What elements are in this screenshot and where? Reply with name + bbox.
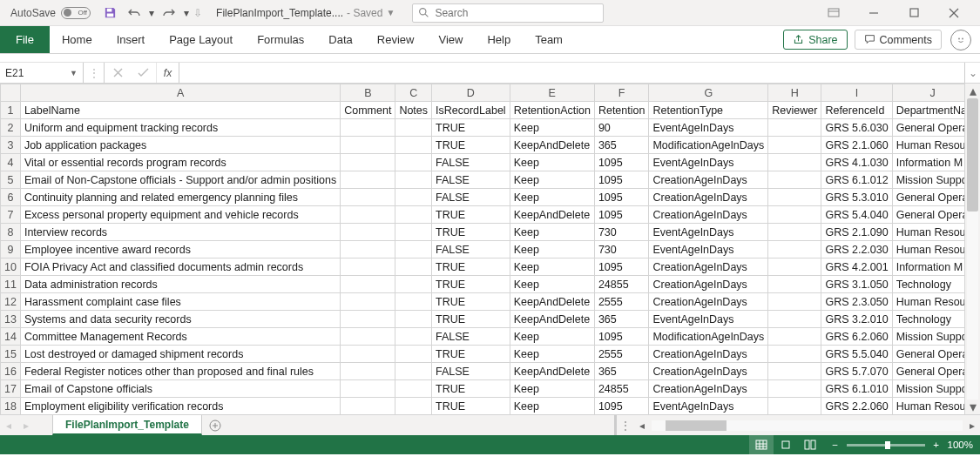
cell[interactable]: KeepAndDelete xyxy=(510,293,594,311)
cell[interactable]: Keep xyxy=(510,189,594,206)
cell[interactable]: Keep xyxy=(510,224,594,241)
cell[interactable] xyxy=(768,189,821,206)
cell[interactable]: General Opera xyxy=(892,206,964,224)
tab-review[interactable]: Review xyxy=(365,26,427,53)
row-header[interactable]: 3 xyxy=(1,137,21,154)
column-header[interactable]: C xyxy=(395,84,432,102)
cell[interactable] xyxy=(395,224,432,241)
cell[interactable]: TRUE xyxy=(432,206,510,224)
cell[interactable]: RetentionAction xyxy=(510,102,594,119)
cell[interactable]: FALSE xyxy=(432,171,510,189)
cell[interactable]: Systems and data security records xyxy=(20,311,340,328)
tab-insert[interactable]: Insert xyxy=(105,26,158,53)
cell[interactable]: Keep xyxy=(510,171,594,189)
cell[interactable]: Keep xyxy=(510,276,594,293)
row-header[interactable]: 16 xyxy=(1,363,21,380)
zoom-slider[interactable] xyxy=(847,444,925,446)
cell[interactable]: Vital or essential records program recor… xyxy=(20,154,340,171)
cell[interactable] xyxy=(768,137,821,154)
cell[interactable]: GRS 5.5.040 xyxy=(821,346,892,363)
cell[interactable]: GRS 5.7.070 xyxy=(821,363,892,380)
cell[interactable]: 1095 xyxy=(594,171,649,189)
cell[interactable]: Job application packages xyxy=(20,137,340,154)
cell[interactable]: Keep xyxy=(510,346,594,363)
cell[interactable]: 1095 xyxy=(594,154,649,171)
cell[interactable]: GRS 4.2.001 xyxy=(821,258,892,276)
cell[interactable]: Human Resour xyxy=(892,137,964,154)
cell[interactable] xyxy=(395,293,432,311)
cell[interactable]: KeepAndDelete xyxy=(510,137,594,154)
cell[interactable]: General Opera xyxy=(892,119,964,137)
row-header[interactable]: 2 xyxy=(1,119,21,137)
cell[interactable]: TRUE xyxy=(432,276,510,293)
cell[interactable]: Interview records xyxy=(20,224,340,241)
cell[interactable] xyxy=(395,206,432,224)
cell[interactable] xyxy=(768,380,821,398)
cell[interactable]: GRS 6.1.010 xyxy=(821,380,892,398)
cell[interactable]: GRS 2.2.030 xyxy=(821,241,892,258)
cell[interactable]: Lost destroyed or damaged shipment recor… xyxy=(20,346,340,363)
cell[interactable] xyxy=(768,276,821,293)
cell[interactable]: 365 xyxy=(594,363,649,380)
row-header[interactable]: 1 xyxy=(1,102,21,119)
cell[interactable]: TRUE xyxy=(432,137,510,154)
cell[interactable] xyxy=(395,380,432,398)
cell[interactable]: TRUE xyxy=(432,258,510,276)
cell[interactable]: Mission Suppo xyxy=(892,328,964,346)
cell[interactable]: GRS 5.3.010 xyxy=(821,189,892,206)
cell[interactable]: CreationAgeInDays xyxy=(649,206,768,224)
cell[interactable] xyxy=(395,311,432,328)
view-page-break-icon[interactable] xyxy=(798,435,822,454)
cell[interactable] xyxy=(768,328,821,346)
cell[interactable]: Technology xyxy=(892,311,964,328)
horizontal-scroll-thumb[interactable] xyxy=(666,420,727,431)
scroll-right-icon[interactable]: ▸ xyxy=(964,420,980,432)
cell[interactable]: GRS 4.1.030 xyxy=(821,154,892,171)
search-box[interactable] xyxy=(412,3,604,23)
cell[interactable] xyxy=(395,276,432,293)
cell[interactable]: 1095 xyxy=(594,328,649,346)
cell[interactable]: GRS 6.1.012 xyxy=(821,171,892,189)
cell[interactable]: CreationAgeInDays xyxy=(649,171,768,189)
cell[interactable]: RetentionType xyxy=(649,102,768,119)
cell[interactable] xyxy=(341,119,395,137)
cell[interactable] xyxy=(395,137,432,154)
cell[interactable]: Comment xyxy=(341,102,395,119)
scroll-up-icon[interactable]: ▴ xyxy=(965,84,980,98)
comments-button[interactable]: Comments xyxy=(855,30,942,50)
column-header[interactable]: I xyxy=(821,84,892,102)
cell[interactable]: Email of Capstone officials xyxy=(20,380,340,398)
tab-nav-next-icon[interactable]: ▸ xyxy=(17,415,35,435)
autosave-toggle[interactable]: Off xyxy=(61,7,91,19)
cell[interactable] xyxy=(395,398,432,415)
cell[interactable]: Information M xyxy=(892,258,964,276)
scroll-down-icon[interactable]: ▾ xyxy=(965,400,980,414)
cell[interactable] xyxy=(395,363,432,380)
cell[interactable]: GRS 3.2.010 xyxy=(821,311,892,328)
name-box-dropdown-icon[interactable]: ▼ xyxy=(70,69,78,77)
cell[interactable]: Notes xyxy=(395,102,432,119)
cell[interactable]: Human Resour xyxy=(892,224,964,241)
tab-file[interactable]: File xyxy=(0,26,50,53)
cell[interactable] xyxy=(395,154,432,171)
cell[interactable]: Keep xyxy=(510,258,594,276)
cell[interactable]: EventAgeInDays xyxy=(649,224,768,241)
cell[interactable]: Mission Suppo xyxy=(892,171,964,189)
cell[interactable]: GRS 2.1.090 xyxy=(821,224,892,241)
cell[interactable]: General Opera xyxy=(892,363,964,380)
cell[interactable]: 730 xyxy=(594,224,649,241)
cell[interactable]: CreationAgeInDays xyxy=(649,363,768,380)
cell[interactable]: Keep xyxy=(510,328,594,346)
cell[interactable] xyxy=(395,258,432,276)
row-header[interactable]: 9 xyxy=(1,241,21,258)
cell[interactable] xyxy=(341,398,395,415)
cell[interactable]: Excess personal property equipment and v… xyxy=(20,206,340,224)
cell[interactable]: 24855 xyxy=(594,276,649,293)
save-icon[interactable] xyxy=(98,2,122,24)
formula-bar-expand-icon[interactable]: ⌄ xyxy=(964,63,980,83)
tab-formulas[interactable]: Formulas xyxy=(245,26,316,53)
cell[interactable]: GRS 2.2.060 xyxy=(821,398,892,415)
cell[interactable] xyxy=(395,328,432,346)
cell[interactable] xyxy=(341,241,395,258)
tab-view[interactable]: View xyxy=(426,26,475,53)
